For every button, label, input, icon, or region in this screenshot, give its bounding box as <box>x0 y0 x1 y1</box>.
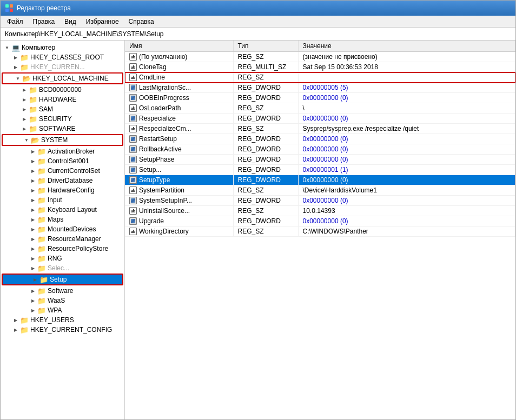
cell-type: REG_DWORD <box>233 134 298 144</box>
tree-item-software2[interactable]: 📁 Software <box>1 286 124 296</box>
cell-type: REG_SZ <box>233 124 298 134</box>
icon-dword <box>129 217 137 225</box>
toggle-waas[interactable] <box>29 296 37 305</box>
toggle-currentcontrolset[interactable] <box>29 166 37 175</box>
tree-item-controlset001[interactable]: 📁 ControlSet001 <box>1 156 124 166</box>
toggle-computer[interactable] <box>3 43 11 52</box>
toggle-software[interactable] <box>20 124 29 133</box>
table-row[interactable]: UpgradeREG_DWORD0x00000000 (0) <box>125 216 515 226</box>
table-row[interactable]: abCmdLineREG_SZ <box>125 72 515 83</box>
table-row[interactable]: abOsLoaderPathREG_SZ\ <box>125 103 515 114</box>
svg-rect-2 <box>5 9 9 12</box>
table-row[interactable]: abWorkingDirectoryREG_SZC:\WINDOWS\Panth… <box>125 226 515 237</box>
toggle-software2[interactable] <box>29 286 37 295</box>
toggle-hkcr[interactable] <box>11 53 20 62</box>
icon-dword <box>129 94 137 102</box>
toggle-select[interactable] <box>29 264 37 272</box>
table-row[interactable]: RollbackActiveREG_DWORD0x00000000 (0) <box>125 144 515 155</box>
toggle-keyboardlayout[interactable] <box>29 205 37 214</box>
toggle-driverdatabase[interactable] <box>29 176 37 185</box>
toggle-security[interactable] <box>20 115 29 123</box>
tree-item-setup[interactable]: 📁 Setup <box>3 275 122 284</box>
table-row[interactable]: abUninstallSource...REG_SZ10.0.14393 <box>125 206 515 216</box>
table-row[interactable]: RespecializeREG_DWORD0x00000000 (0) <box>125 114 515 124</box>
table-row[interactable]: SetupTypeREG_DWORD0x00000000 (0) <box>125 175 515 185</box>
table-row[interactable]: ab(По умолчанию)REG_SZ(значение не присв… <box>125 52 515 62</box>
tree-item-hardware[interactable]: 📁 HARDWARE <box>1 95 124 104</box>
toggle-bcd[interactable] <box>20 85 29 94</box>
table-row[interactable]: Setup...REG_DWORD0x00000001 (1) <box>125 165 515 175</box>
tree-item-hkcu[interactable]: 📁 HKEY_CURREN... <box>1 62 124 72</box>
table-row[interactable]: LastMigrationSc...REG_DWORD0x00000005 (5… <box>125 83 515 93</box>
tree-item-activationbroker[interactable]: 📁 ActivationBroker <box>1 146 124 156</box>
toggle-mounteddevices[interactable] <box>29 225 37 234</box>
tree-item-security[interactable]: 📁 SECURITY <box>1 114 124 124</box>
tree-label-security: SECURITY <box>39 115 124 123</box>
toggle-rng[interactable] <box>29 254 37 263</box>
menu-favorites[interactable]: Избранное <box>82 17 123 26</box>
toggle-wpa[interactable] <box>29 306 37 315</box>
toggle-system[interactable] <box>22 136 31 144</box>
table-row[interactable]: SetupPhaseREG_DWORD0x00000000 (0) <box>125 155 515 165</box>
tree-item-waas[interactable]: 📁 WaaS <box>1 296 124 305</box>
table-row[interactable]: OOBEInProgressREG_DWORD0x00000000 (0) <box>125 93 515 103</box>
icon-dword <box>129 156 137 163</box>
col-header-type: Тип <box>233 41 298 52</box>
toggle-controlset001[interactable] <box>29 157 37 165</box>
tree-item-system[interactable]: 📂 SYSTEM <box>3 135 122 145</box>
folder-icon-hkcu: 📁 <box>20 63 29 71</box>
menu-file[interactable]: Файл <box>3 17 28 26</box>
tree-item-select[interactable]: 📁 Selec... <box>1 263 124 273</box>
cell-value: \ <box>298 103 515 114</box>
toggle-setup[interactable] <box>31 275 39 284</box>
tree-item-wpa[interactable]: 📁 WPA <box>1 305 124 315</box>
toggle-hku[interactable] <box>11 316 20 324</box>
tree-item-currentcontrolset[interactable]: 📁 CurrentControlSet <box>1 166 124 176</box>
toggle-maps[interactable] <box>29 215 37 224</box>
menu-view[interactable]: Вид <box>60 17 81 26</box>
tree-item-hardwareconfig[interactable]: 📁 HardwareConfig <box>1 185 124 195</box>
tree-item-resourcemanager[interactable]: 📁 ResourceManager <box>1 234 124 244</box>
toggle-hardwareconfig[interactable] <box>29 186 37 195</box>
table-row[interactable]: abCloneTagREG_MULTI_SZSat Sep 15 00:36:5… <box>125 62 515 72</box>
icon-dword <box>129 176 137 184</box>
tree-item-resourcepolicystore[interactable]: 📁 ResourcePolicyStore <box>1 244 124 254</box>
table-row[interactable]: abRespecializeCm...REG_SZSysprep/sysprep… <box>125 124 515 134</box>
tree-item-software[interactable]: 📁 SOFTWARE <box>1 124 124 134</box>
tree-item-mounteddevices[interactable]: 📁 MountedDevices <box>1 224 124 234</box>
tree-item-hku[interactable]: 📁 HKEY_USERS <box>1 315 124 325</box>
table-row[interactable]: RestartSetupREG_DWORD0x00000000 (0) <box>125 134 515 144</box>
tree-item-hkcc[interactable]: 📁 HKEY_CURRENT_CONFIG <box>1 325 124 335</box>
tree-item-driverdatabase[interactable]: 📁 DriverDatabase <box>1 176 124 185</box>
toggle-sam[interactable] <box>20 105 29 114</box>
tree-item-sam[interactable]: 📁 SAM <box>1 104 124 114</box>
toggle-hklm[interactable] <box>14 74 22 83</box>
tree-item-rng[interactable]: 📁 RNG <box>1 254 124 263</box>
toggle-resourcepolicystore[interactable] <box>29 244 37 253</box>
toggle-activationbroker[interactable] <box>29 147 37 156</box>
toggle-hkcc[interactable] <box>11 325 20 334</box>
folder-icon-wpa: 📁 <box>37 306 46 315</box>
tree-item-bcd[interactable]: 📁 BCD00000000 <box>1 85 124 95</box>
tree-item-computer[interactable]: 💻 Компьютер <box>1 43 124 52</box>
tree-item-hkcr[interactable]: 📁 HKEY_CLASSES_ROOT <box>1 52 124 62</box>
icon-ab: ab <box>129 63 137 71</box>
tree-item-keyboardlayout[interactable]: 📁 Keyboard Layout <box>1 205 124 215</box>
tree-panel[interactable]: 💻 Компьютер 📁 HKEY_CLASSES_ROOT 📁 HKEY_C… <box>1 41 125 419</box>
menu-edit[interactable]: Правка <box>29 17 59 26</box>
tree-label-driverdatabase: DriverDatabase <box>48 177 124 184</box>
toggle-hkcu[interactable] <box>11 63 20 71</box>
cell-name: abUninstallSource... <box>125 206 233 216</box>
toggle-hardware[interactable] <box>20 95 29 104</box>
toggle-resourcemanager[interactable] <box>29 235 37 243</box>
tree-item-hklm[interactable]: 📂 HKEY_LOCAL_MACHINE <box>3 74 122 83</box>
toggle-input[interactable] <box>29 196 37 204</box>
tree-label-sam: SAM <box>39 105 124 113</box>
tree-item-input[interactable]: 📁 Input <box>1 195 124 205</box>
table-row[interactable]: abSystemPartitionREG_SZ\Device\HarddiskV… <box>125 185 515 196</box>
folder-icon-waas: 📁 <box>37 296 46 305</box>
tree-item-maps[interactable]: 📁 Maps <box>1 215 124 224</box>
menu-help[interactable]: Справка <box>124 17 158 26</box>
table-row[interactable]: SystemSetupInP...REG_DWORD0x00000000 (0) <box>125 196 515 206</box>
cell-value: 0x00000000 (0) <box>298 155 515 165</box>
